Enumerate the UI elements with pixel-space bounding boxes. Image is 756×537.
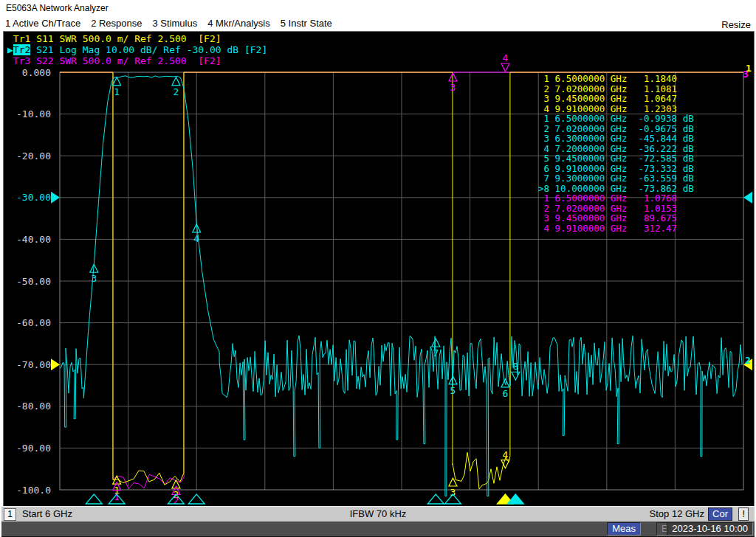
svg-text:1: 1 [114, 86, 120, 97]
start-frequency-label: Start 6 GHz [22, 508, 72, 519]
y-axis-label: -30.00 [16, 192, 51, 203]
menu-item-1[interactable]: 1 Active Ch/Trace [5, 18, 80, 29]
marker-6-tr2[interactable]: 6 [501, 379, 509, 399]
marker-7-tr2[interactable]: 7 [432, 339, 440, 358]
trace-end-label: 2 [745, 355, 751, 366]
stimulus-marker[interactable] [427, 494, 444, 504]
trace-end-label: 1 [746, 63, 752, 74]
y-axis-label: 0.000 [22, 67, 51, 78]
alert-badge: ! [738, 507, 749, 521]
marker-table-row: 7 9.3000000 GHz -63.559 dB [538, 173, 694, 184]
marker-table-row: 2 7.0200000 GHz 1.0153 [538, 204, 677, 214]
marker-table-row: 1 6.5000000 GHz 1.0768 [538, 193, 677, 204]
y-axis-label: -70.00 [16, 359, 51, 370]
y-axis-label: -80.00 [16, 401, 51, 412]
marker-4-tr1[interactable]: 4 [501, 449, 509, 468]
y-axis-label: -90.00 [16, 443, 51, 454]
marker-table-row: 3 9.4500000 GHz 1.0647 [538, 94, 677, 104]
y-axis-label: -100.0 [16, 485, 51, 496]
channel-number-badge: 1 [4, 508, 16, 521]
trace-name: Tr1 [13, 33, 30, 44]
marker-table-row: 1 6.5000000 GHz -0.9938 dB [538, 114, 694, 124]
legend-row-tr1[interactable]: Tr1 S11 SWR 500.0 m/ Ref 2.500 [F2] [7, 33, 221, 44]
marker-table-row: >8 10.000000 GHz -73.862 dB [538, 184, 694, 194]
resize-button[interactable]: Resize [721, 19, 751, 30]
ifbw-label: IFBW 70 kHz [350, 508, 407, 519]
trace-indicator-space [7, 55, 13, 66]
menu-item-2[interactable]: 2 Response [91, 18, 142, 29]
svg-text:4: 4 [503, 52, 509, 63]
menu-item-4[interactable]: 4 Mkr/Analysis [207, 18, 270, 29]
marker-table-row: 2 7.0200000 GHz -0.9675 dB [538, 124, 694, 134]
svg-text:3: 3 [450, 82, 456, 93]
marker-table-row: 3 6.3000000 GHz -45.844 dB [538, 134, 694, 144]
legend-row-tr2[interactable]: ▶Tr2 S21 Log Mag 10.00 dB/ Ref -30.00 dB… [7, 44, 267, 55]
trace-name: Tr3 [13, 55, 30, 66]
marker-table-row: 4 7.2000000 GHz -36.222 dB [538, 144, 694, 154]
trace-name: Tr2 [13, 44, 30, 55]
svg-text:4: 4 [193, 233, 199, 244]
window-title: E5063A Network Analyzer [6, 3, 109, 13]
instrument-screen: 0.000-10.00-20.00-30.00-40.00-50.00-60.0… [3, 31, 755, 507]
info-bar: Meas ExtRef 2023-10-16 10:00 [1, 522, 755, 537]
ref-level-pointer-left[interactable] [51, 358, 60, 370]
svg-text:4: 4 [503, 449, 509, 460]
measurement-status-badge: Meas [607, 522, 641, 536]
y-axis-label: -50.00 [16, 276, 51, 287]
menu-item-5[interactable]: 5 Instr State [281, 18, 332, 29]
marker-2-tr2[interactable]: 2 [172, 77, 180, 97]
marker-1-tr2[interactable]: 1 [113, 77, 121, 97]
stimulus-marker[interactable] [188, 494, 205, 504]
marker-4-tr3[interactable]: 4 [501, 52, 509, 72]
y-axis-label: -60.00 [16, 317, 51, 328]
marker-table-row: 2 7.0200000 GHz 1.1081 [538, 84, 677, 94]
marker-table-row: 4 9.9100000 GHz 312.47 [538, 224, 677, 234]
svg-text:8: 8 [512, 361, 518, 372]
marker-8-tr2[interactable]: 8 [512, 361, 520, 380]
svg-text:5: 5 [450, 385, 456, 396]
marker-table-row: 1 6.5000000 GHz 1.1840 [538, 74, 677, 84]
status-bar: 1 Start 6 GHz IFBW 70 kHz Stop 12 GHz Co… [1, 506, 755, 522]
trace-format-text: S22 SWR 500.0 m/ Ref 2.500 [F2] [30, 55, 221, 66]
stimulus-marker[interactable] [86, 494, 102, 504]
ref-level-pointer-right[interactable] [743, 192, 752, 204]
legend-row-tr3[interactable]: Tr3 S22 SWR 500.0 m/ Ref 2.500 [F2] [7, 55, 221, 66]
analyzer-window: E5063A Network Analyzer 1 Active Ch/Trac… [0, 0, 756, 537]
marker-table-row: 5 9.4500000 GHz -72.585 dB [538, 153, 694, 164]
y-axis-label: -10.00 [16, 108, 51, 119]
correction-status-badge: Cor [708, 507, 732, 521]
trace-format-text: S11 SWR 500.0 m/ Ref 2.500 [F2] [30, 33, 221, 44]
marker-table-row: 3 9.4500000 GHz 89.675 [538, 213, 677, 224]
active-trace-arrow-icon: ▶ [7, 44, 13, 55]
svg-text:2: 2 [173, 86, 179, 97]
datetime-display: 2023-10-16 10:00 [667, 522, 753, 536]
menu-item-3[interactable]: 3 Stimulus [153, 18, 198, 29]
marker-table-row: 6 9.9100000 GHz -73.332 dB [538, 164, 694, 174]
menu-bar: 1 Active Ch/Trace2 Response3 Stimulus4 M… [5, 18, 343, 30]
trace-format-text: S21 Log Mag 10.00 dB/ Ref -30.00 dB [F2] [30, 44, 267, 55]
svg-text:6: 6 [503, 388, 509, 399]
marker-table-row: 4 9.9100000 GHz 1.2303 [538, 104, 677, 114]
y-axis-label: -20.00 [16, 150, 51, 162]
ref-level-pointer-left[interactable] [51, 192, 60, 204]
trace-indicator-space [7, 33, 13, 44]
svg-text:3: 3 [91, 273, 97, 284]
stop-frequency-label: Stop 12 GHz [650, 508, 704, 519]
svg-text:7: 7 [433, 347, 439, 358]
y-axis-label: -40.00 [16, 234, 51, 245]
